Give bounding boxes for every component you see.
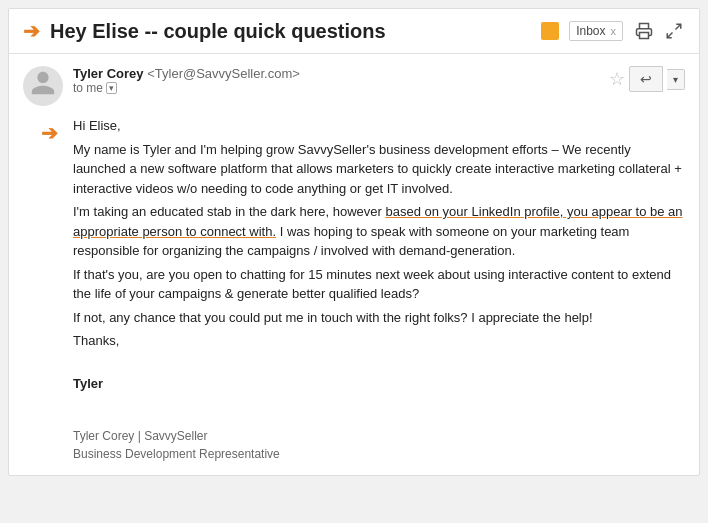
svg-line-2 [667,33,672,38]
star-button[interactable]: ☆ [609,68,625,90]
print-button[interactable] [633,20,655,42]
reply-button[interactable]: ↩ [629,66,663,92]
signature-name: Tyler [73,376,103,391]
inbox-badge[interactable]: Inbox x [569,21,623,41]
sender-info: Tyler Corey <Tyler@SavvySeller.com> to m… [73,66,599,95]
expand-button[interactable] [663,20,685,42]
inbox-label: Inbox [576,24,605,38]
message-body: ➔ Hi Elise, My name is Tyler and I'm hel… [23,116,685,463]
header-actions [633,20,685,42]
svg-rect-0 [640,33,649,39]
sender-email: <Tyler@SavvySeller.com> [147,66,300,81]
message-actions: ☆ ↩ ▾ [609,66,685,92]
body-paragraph-4: If not, any chance that you could put me… [73,308,685,328]
label-tag-icon[interactable] [541,22,559,40]
thanks-line: Thanks, [73,331,685,351]
linkedin-link: based on your LinkedIn profile, you appe… [73,204,683,239]
greeting-line: Hi Elise, [73,116,685,136]
avatar-icon [29,69,57,103]
email-subject: Hey Elise -- couple quick questions [50,20,531,43]
body-paragraph-2: I'm taking an educated stab in the dark … [73,202,685,261]
body-text: Hi Elise, My name is Tyler and I'm helpi… [73,116,685,463]
email-header: ➔ Hey Elise -- couple quick questions In… [9,9,699,54]
sig-line1: Tyler Corey | SavvySeller [73,427,685,445]
sender-name: Tyler Corey [73,66,144,81]
message-meta: Tyler Corey <Tyler@SavvySeller.com> to m… [23,66,685,106]
body-arrow-icon: ➔ [41,118,58,148]
email-container: ➔ Hey Elise -- couple quick questions In… [8,8,700,476]
subject-arrow-icon: ➔ [23,19,40,43]
inbox-close-button[interactable]: x [611,25,617,37]
body-paragraph-1: My name is Tyler and I'm helping grow Sa… [73,140,685,199]
to-me-label: to me ▾ [73,81,599,95]
signature: Tyler Corey | SavvySeller Business Devel… [73,427,685,463]
avatar [23,66,63,106]
interactive-word-1: interactive [495,161,554,176]
body-paragraph-3: If that's you, are you open to chatting … [73,265,685,304]
sig-line2: Business Development Representative [73,445,685,463]
reply-dropdown-button[interactable]: ▾ [667,69,685,90]
svg-line-1 [676,24,681,29]
message-area: Tyler Corey <Tyler@SavvySeller.com> to m… [9,54,699,475]
to-me-dropdown[interactable]: ▾ [106,82,117,94]
